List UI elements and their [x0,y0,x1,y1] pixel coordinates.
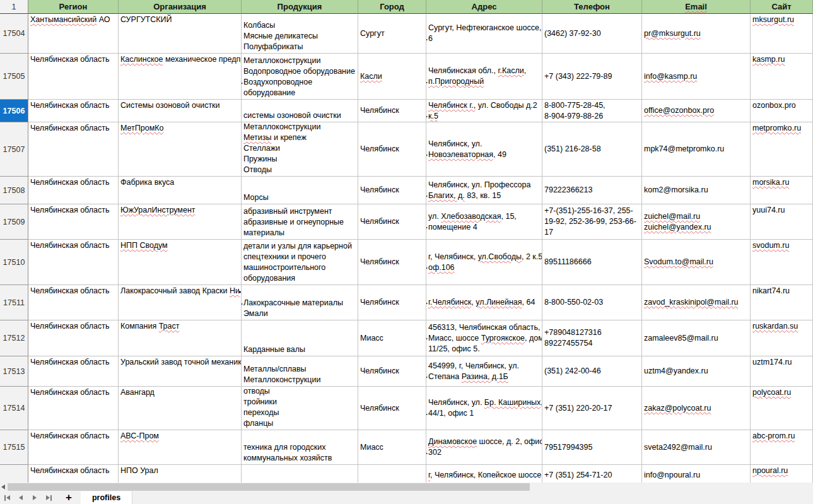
cell-addr[interactable]: Сургут, Нефтеюганское шоссе,▸6 [426,14,542,54]
row-header[interactable]: 17511 [0,285,28,320]
corner-row-header[interactable]: 1 [0,0,28,14]
row-header[interactable]: 17510 [0,240,28,285]
cell-city[interactable]: Челябинск [358,122,426,177]
cell-email[interactable]: kom2@morsika.ru [642,177,751,204]
row-header[interactable] [0,465,28,483]
cell-region[interactable]: Челябинская область [28,387,119,430]
cell-city[interactable]: Касли [358,54,426,100]
cell-city[interactable]: Сургут [358,14,426,54]
cell-products[interactable] [242,465,358,483]
cell-org[interactable]: ЮжУралИнструмент [119,204,242,240]
cell-city[interactable]: Челябинск [358,285,426,320]
cell-org[interactable]: Уральский завод точной механики [119,356,242,387]
cell-email[interactable]: zavod_kraskinipol@mail.ru [642,285,751,320]
sheet-nav-next-button[interactable] [28,491,42,504]
column-header-addr[interactable]: Адрес [426,0,542,14]
cell-site[interactable]: morsika.ru [751,177,813,204]
cell-phone[interactable]: +7 (351) 220-20-17 [542,387,642,430]
cell-region[interactable]: Челябинская область [28,122,119,177]
cell-city[interactable]: Миасс [358,430,426,465]
sheet-tab-profiles[interactable]: profiles [81,491,132,504]
cell-phone[interactable]: 8-800-775-28-45,8-904-979-88-26 [542,100,642,122]
row-header[interactable]: 17515 [0,430,28,465]
column-header-org[interactable]: Организация [119,0,242,14]
cell-addr[interactable]: Динамовское шоссе, д. 2, офис▸302 [426,430,542,465]
cell-products[interactable]: техника для городскихкоммунальных хозяйс… [242,430,358,465]
cell-addr[interactable]: 456313, Челябинская область, г,▸Миасс, ш… [426,320,542,356]
cell-products[interactable]: детали и узлы для карьернойспецтехники и… [242,240,358,285]
cell-site[interactable]: metpromko.ru [751,122,813,177]
column-header-email[interactable]: Email [642,0,751,14]
row-header[interactable]: 17507 [0,122,28,177]
cell-phone[interactable]: (351) 216-28-58 [542,122,642,177]
cell-addr[interactable]: г, Челябинск, Копейское шоссе, [426,465,542,483]
row-header[interactable]: 17513 [0,356,28,387]
cell-products[interactable]: отводытройникипереходыфланцы [242,387,358,430]
cell-products[interactable]: Металлы/сплавыМеталлоконструкции [242,356,358,387]
cell-org[interactable]: Фабрика вкуса [119,177,242,204]
sheet-nav-last-button[interactable] [42,491,56,504]
column-header-city[interactable]: Город [358,0,426,14]
row-header[interactable]: 17508 [0,177,28,204]
cell-org[interactable]: Лакокрасочный завод Краски Нип▸ [119,285,242,320]
cell-site[interactable]: svodum.ru [751,240,813,285]
cell-phone[interactable]: +7 (343) 222-79-89 [542,54,642,100]
cell-region[interactable]: Челябинская область [28,240,119,285]
cell-email[interactable]: zamaleev85@mail.ru [642,320,751,356]
cell-org[interactable]: Компания Траст [119,320,242,356]
sheet-nav-first-button[interactable] [0,491,14,504]
cell-email[interactable]: info@kasmp.ru [642,54,751,100]
cell-site[interactable]: nikart74.ru [751,285,813,320]
cell-addr[interactable]: Челябинская обл., г.Касли,▸п.Пригородный [426,54,542,100]
cell-email[interactable]: uztm4@yandex.ru [642,356,751,387]
cell-site[interactable]: kasmp.ru [751,54,813,100]
cell-phone[interactable]: 79222366213 [542,177,642,204]
cell-org[interactable]: Авангард [119,387,242,430]
cell-site[interactable]: yuui74.ru [751,204,813,240]
column-header-site[interactable]: Сайт [751,0,813,14]
cell-site[interactable]: uztm174.ru [751,356,813,387]
cell-addr[interactable]: 454999, г, Челябинск, ул.▸Степана Разина… [426,356,542,387]
row-header[interactable]: 17512 [0,320,28,356]
cell-phone[interactable]: 79517994395 [542,430,642,465]
cell-org[interactable]: Каслинское механическое предпр [119,54,242,100]
cell-products[interactable]: КолбасыМясные деликатесыПолуфабрикаты [242,14,358,54]
cell-city[interactable]: Челябинск [358,177,426,204]
column-header-products[interactable]: Продукция [242,0,358,14]
cell-site[interactable]: ozonbox.pro [751,100,813,122]
cell-email[interactable]: info@npoural.ru [642,465,751,483]
cell-org[interactable]: НПО Урал [119,465,242,483]
cell-city[interactable]: Челябинск [358,100,426,122]
row-header[interactable]: 17506 [0,100,28,122]
column-header-phone[interactable]: Телефон [542,0,642,14]
cell-addr[interactable]: Челябинск, ул. Профессора▸Благих, д. 83,… [426,177,542,204]
cell-products[interactable]: Карданные валы [242,320,358,356]
scroll-left-icon[interactable] [1,484,5,489]
cell-region[interactable]: Челябинская область [28,54,119,100]
horizontal-scrollbar-thumb[interactable] [8,483,530,491]
cell-region[interactable]: Челябинская область [28,100,119,122]
horizontal-scrollbar[interactable] [0,483,813,491]
cell-phone[interactable]: +7 (351) 254-71-20 [542,465,642,483]
cell-site[interactable]: mksurgut.ru [751,14,813,54]
cell-products[interactable]: МеталлоконструкцииВодопроводное оборудов… [242,54,358,100]
cell-addr[interactable]: ул. Хлебозаводская, 15,▸помещение 4 [426,204,542,240]
cell-region[interactable]: Челябинская область [28,204,119,240]
cell-email[interactable]: office@ozonbox.pro [642,100,751,122]
cell-org[interactable]: НПП Сводум [119,240,242,285]
cell-email[interactable]: zuichel@mail.ruzuichel@yandex.ru [642,204,751,240]
cell-phone[interactable]: 89511186666 [542,240,642,285]
sheet-nav-prev-button[interactable] [14,491,28,504]
cell-phone[interactable]: +78904812731689227455754 [542,320,642,356]
cell-email[interactable]: mpk74@metpromko.ru [642,122,751,177]
cell-products[interactable]: абразивный инструментабразивные и огнеуп… [242,204,358,240]
cell-phone[interactable]: (3462) 37-92-30 [542,14,642,54]
cell-phone[interactable]: +7-(351)-255-16-37, 255-19-92, 252-36-99… [542,204,642,240]
cell-city[interactable]: Миасс [358,320,426,356]
cell-city[interactable] [358,465,426,483]
cell-addr[interactable]: Челябинск, ул. Бр. Кашириных,▸44/1, офис… [426,387,542,430]
column-header-region[interactable]: Регион [28,0,119,14]
cell-phone[interactable]: 8-800-550-02-03 [542,285,642,320]
cell-phone[interactable]: (351) 242-00-46 [542,356,642,387]
row-header[interactable]: 17509 [0,204,28,240]
